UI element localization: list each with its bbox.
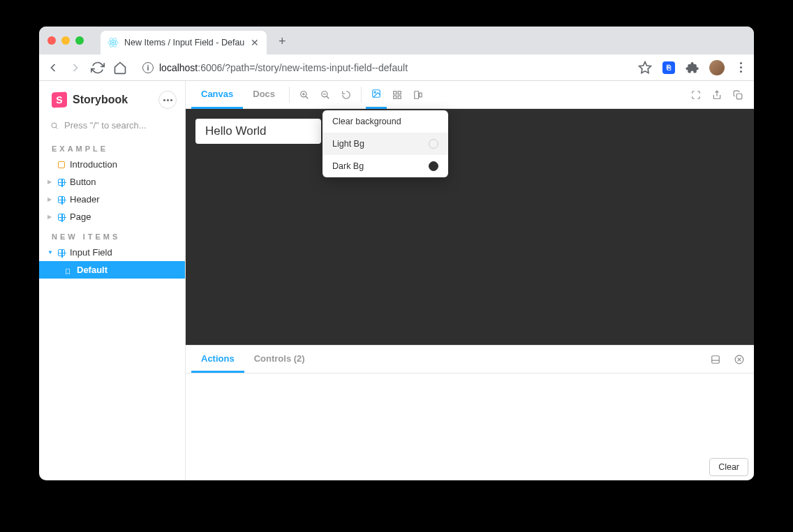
maximize-window-icon[interactable] xyxy=(75,36,84,45)
bookmark-star-icon[interactable] xyxy=(638,61,652,75)
open-isolated-icon[interactable] xyxy=(706,81,727,109)
document-icon xyxy=(57,161,66,169)
svg-rect-21 xyxy=(420,93,422,97)
backgrounds-popover: Clear background Light Bg Dark Bg xyxy=(323,110,448,177)
svg-rect-18 xyxy=(394,96,396,98)
preview-canvas: Hello World Clear background Light Bg Da… xyxy=(186,109,754,345)
back-icon[interactable] xyxy=(46,61,60,75)
canvas-tools xyxy=(366,81,429,108)
swatch-light-icon xyxy=(429,139,438,149)
addons-panel: Actions Controls (2) Clear xyxy=(186,345,754,480)
sidebar-header: S Storybook xyxy=(39,85,185,116)
zoom-out-icon[interactable] xyxy=(315,81,336,109)
storybook-logo-icon: S xyxy=(52,91,67,108)
bookmark-icon xyxy=(64,267,71,274)
view-tabs: Canvas Docs xyxy=(191,81,285,108)
onepassword-extension-icon[interactable]: ⎘ xyxy=(662,61,676,75)
toolbar: Canvas Docs xyxy=(186,81,754,109)
svg-rect-19 xyxy=(398,96,401,98)
grid-icon[interactable] xyxy=(387,81,408,109)
sidebar-story-default[interactable]: Default xyxy=(39,261,185,279)
svg-line-8 xyxy=(306,96,309,98)
svg-rect-16 xyxy=(394,91,396,94)
sidebar-item-label: Introduction xyxy=(70,159,117,170)
backgrounds-icon[interactable] xyxy=(366,81,387,109)
reload-icon[interactable] xyxy=(91,61,105,75)
component-icon xyxy=(57,195,66,204)
close-window-icon[interactable] xyxy=(47,36,56,45)
popover-dark-bg[interactable]: Dark Bg xyxy=(323,155,448,177)
fullscreen-icon[interactable] xyxy=(685,81,706,109)
story-label: Default xyxy=(77,265,108,275)
zoom-reset-icon[interactable] xyxy=(336,81,357,109)
popover-item-label: Light Bg xyxy=(332,139,364,149)
main-panel: Canvas Docs xyxy=(186,81,754,480)
svg-rect-24 xyxy=(712,355,720,363)
sidebar-item-page[interactable]: ▶ Page xyxy=(39,208,185,226)
copy-link-icon[interactable] xyxy=(727,81,748,109)
sidebar-item-label: Input Field xyxy=(70,247,112,258)
addons-content: Clear xyxy=(186,374,754,480)
search-input[interactable]: Press "/" to search... xyxy=(50,120,177,131)
browser-window: New Items / Input Field - Defau ✕ + i lo… xyxy=(39,27,754,480)
browser-tab[interactable]: New Items / Input Field - Defau ✕ xyxy=(101,31,267,54)
popover-clear-background[interactable]: Clear background xyxy=(323,110,448,133)
tab-controls[interactable]: Controls (2) xyxy=(244,346,315,373)
tab-docs[interactable]: Docs xyxy=(243,81,285,109)
toolbar-right xyxy=(685,81,748,108)
panel-close-icon[interactable] xyxy=(730,350,748,369)
popover-item-label: Clear background xyxy=(332,117,401,126)
forward-icon[interactable] xyxy=(68,61,82,75)
browser-tabbar: New Items / Input Field - Defau ✕ + xyxy=(39,27,754,54)
preview-input-field[interactable]: Hello World xyxy=(195,119,321,144)
search-placeholder: Press "/" to search... xyxy=(64,120,147,131)
minimize-window-icon[interactable] xyxy=(61,36,70,45)
component-icon xyxy=(57,249,66,257)
tab-close-icon[interactable]: ✕ xyxy=(250,38,260,47)
popover-item-label: Dark Bg xyxy=(332,161,364,171)
storybook-app: S Storybook Press "/" to search... EXAMP… xyxy=(39,81,754,480)
svg-rect-17 xyxy=(398,91,401,94)
brand-title: Storybook xyxy=(73,94,128,106)
svg-point-15 xyxy=(374,91,376,93)
tab-actions[interactable]: Actions xyxy=(191,346,244,373)
extensions-puzzle-icon[interactable] xyxy=(685,61,699,75)
home-icon[interactable] xyxy=(113,61,127,75)
popover-light-bg[interactable]: Light Bg xyxy=(323,133,448,155)
search-icon xyxy=(50,121,59,130)
zoom-controls xyxy=(294,81,357,108)
tab-canvas[interactable]: Canvas xyxy=(191,81,243,109)
sidebar-item-button[interactable]: ▶ Button xyxy=(39,173,185,191)
url-text: localhost:6006/?path=/story/new-items-in… xyxy=(159,62,408,73)
sidebar-menu-button[interactable] xyxy=(158,91,177,109)
separator xyxy=(361,87,362,103)
url-bar[interactable]: i localhost:6006/?path=/story/new-items-… xyxy=(135,57,630,78)
svg-point-0 xyxy=(112,42,114,44)
zoom-in-icon[interactable] xyxy=(294,81,315,109)
svg-point-5 xyxy=(52,123,57,128)
component-icon xyxy=(57,178,66,186)
site-info-icon[interactable]: i xyxy=(142,62,154,73)
viewport-icon[interactable] xyxy=(408,81,429,109)
browser-menu-icon[interactable] xyxy=(734,61,747,74)
sidebar-item-input-field[interactable]: ▼ Input Field xyxy=(39,244,185,261)
clear-button[interactable]: Clear xyxy=(709,458,748,476)
react-favicon-icon xyxy=(108,37,119,48)
profile-avatar[interactable] xyxy=(709,60,725,75)
addons-tabs: Actions Controls (2) xyxy=(186,346,754,374)
sidebar-item-introduction[interactable]: ▶ Introduction xyxy=(39,156,185,173)
url-host: localhost xyxy=(159,62,198,73)
sidebar-item-header[interactable]: ▶ Header xyxy=(39,191,185,208)
new-tab-button[interactable]: + xyxy=(272,31,292,51)
address-bar: i localhost:6006/?path=/story/new-items-… xyxy=(39,54,754,81)
svg-line-6 xyxy=(56,127,57,128)
svg-rect-20 xyxy=(415,91,419,98)
svg-line-12 xyxy=(327,96,329,98)
svg-marker-4 xyxy=(639,61,651,73)
window-controls xyxy=(47,36,84,45)
sidebar: S Storybook Press "/" to search... EXAMP… xyxy=(39,81,186,480)
panel-orientation-icon[interactable] xyxy=(706,350,725,369)
sidebar-item-label: Button xyxy=(70,177,96,187)
svg-rect-23 xyxy=(736,94,742,99)
section-new-items: NEW ITEMS xyxy=(39,226,185,244)
